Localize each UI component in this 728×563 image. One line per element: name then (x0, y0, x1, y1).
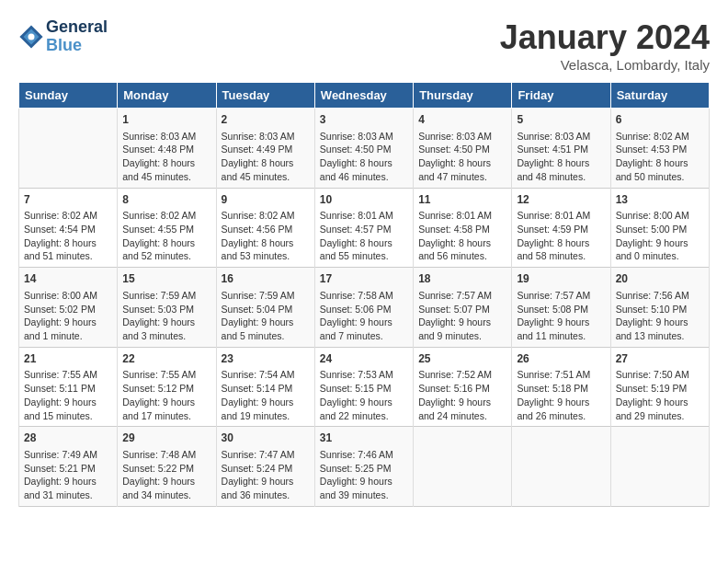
week-row-1: 1Sunrise: 8:03 AM Sunset: 4:48 PM Daylig… (19, 109, 710, 189)
day-content: Sunrise: 7:59 AM Sunset: 5:03 PM Dayligh… (122, 289, 210, 343)
day-number: 20 (616, 271, 704, 287)
calendar-cell: 26Sunrise: 7:51 AM Sunset: 5:18 PM Dayli… (512, 347, 610, 427)
day-number: 8 (122, 192, 210, 208)
day-number: 16 (222, 271, 310, 287)
day-content: Sunrise: 7:48 AM Sunset: 5:22 PM Dayligh… (122, 448, 210, 502)
day-content: Sunrise: 8:03 AM Sunset: 4:49 PM Dayligh… (222, 130, 310, 184)
logo-line1: General (46, 17, 108, 36)
title-block: January 2024 Velasca, Lombardy, Italy (500, 18, 710, 73)
day-number: 30 (222, 431, 310, 446)
page-header: General Blue January 2024 Velasca, Lomba… (18, 18, 710, 73)
day-content: Sunrise: 7:59 AM Sunset: 5:04 PM Dayligh… (222, 289, 310, 343)
day-number: 1 (122, 112, 210, 128)
day-number: 23 (222, 351, 310, 367)
calendar-cell: 19Sunrise: 7:57 AM Sunset: 5:08 PM Dayli… (512, 268, 610, 348)
day-number: 21 (24, 351, 112, 367)
calendar-cell: 30Sunrise: 7:47 AM Sunset: 5:24 PM Dayli… (216, 427, 314, 507)
calendar-cell: 8Sunrise: 8:02 AM Sunset: 4:55 PM Daylig… (118, 188, 216, 268)
day-content: Sunrise: 8:00 AM Sunset: 5:02 PM Dayligh… (24, 289, 112, 343)
day-content: Sunrise: 8:01 AM Sunset: 4:58 PM Dayligh… (418, 209, 506, 263)
day-content: Sunrise: 8:03 AM Sunset: 4:50 PM Dayligh… (320, 130, 408, 184)
location-subtitle: Velasca, Lombardy, Italy (500, 57, 710, 73)
day-number: 29 (122, 431, 210, 446)
week-row-5: 28Sunrise: 7:49 AM Sunset: 5:21 PM Dayli… (19, 427, 710, 507)
day-number: 2 (222, 112, 310, 128)
logo: General Blue (18, 18, 108, 55)
svg-point-2 (28, 33, 35, 40)
day-content: Sunrise: 7:53 AM Sunset: 5:15 PM Dayligh… (320, 368, 408, 422)
day-number: 22 (122, 351, 210, 367)
day-number: 24 (320, 351, 408, 367)
calendar-cell: 1Sunrise: 8:03 AM Sunset: 4:48 PM Daylig… (118, 109, 216, 189)
day-content: Sunrise: 7:57 AM Sunset: 5:08 PM Dayligh… (517, 289, 605, 343)
calendar-cell: 24Sunrise: 7:53 AM Sunset: 5:15 PM Dayli… (314, 347, 413, 427)
logo-line2: Blue (46, 36, 82, 54)
calendar-cell: 29Sunrise: 7:48 AM Sunset: 5:22 PM Dayli… (118, 427, 216, 507)
calendar-cell: 23Sunrise: 7:54 AM Sunset: 5:14 PM Dayli… (216, 347, 314, 427)
calendar-cell (19, 109, 118, 189)
calendar-cell: 15Sunrise: 7:59 AM Sunset: 5:03 PM Dayli… (118, 268, 216, 348)
calendar-cell: 3Sunrise: 8:03 AM Sunset: 4:50 PM Daylig… (314, 109, 413, 189)
day-content: Sunrise: 8:03 AM Sunset: 4:51 PM Dayligh… (517, 130, 605, 184)
calendar-cell: 2Sunrise: 8:03 AM Sunset: 4:49 PM Daylig… (216, 109, 314, 189)
day-content: Sunrise: 8:01 AM Sunset: 4:59 PM Dayligh… (517, 209, 605, 263)
day-number: 19 (517, 271, 605, 287)
day-content: Sunrise: 8:03 AM Sunset: 4:48 PM Dayligh… (122, 130, 210, 184)
calendar-cell: 17Sunrise: 7:58 AM Sunset: 5:06 PM Dayli… (314, 268, 413, 348)
calendar-cell: 16Sunrise: 7:59 AM Sunset: 5:04 PM Dayli… (216, 268, 314, 348)
month-title: January 2024 (500, 18, 710, 57)
day-content: Sunrise: 7:56 AM Sunset: 5:10 PM Dayligh… (616, 289, 704, 343)
day-number: 31 (320, 431, 408, 446)
header-cell-tuesday: Tuesday (216, 83, 314, 109)
calendar-cell: 21Sunrise: 7:55 AM Sunset: 5:11 PM Dayli… (19, 347, 118, 427)
day-number: 14 (24, 271, 112, 287)
day-content: Sunrise: 8:02 AM Sunset: 4:56 PM Dayligh… (222, 209, 310, 263)
day-content: Sunrise: 7:57 AM Sunset: 5:07 PM Dayligh… (418, 289, 506, 343)
calendar-cell: 18Sunrise: 7:57 AM Sunset: 5:07 PM Dayli… (414, 268, 512, 348)
day-number: 6 (616, 112, 704, 128)
calendar-cell: 9Sunrise: 8:02 AM Sunset: 4:56 PM Daylig… (216, 188, 314, 268)
logo-text: General Blue (46, 18, 108, 55)
day-content: Sunrise: 7:52 AM Sunset: 5:16 PM Dayligh… (418, 368, 506, 422)
calendar-cell: 25Sunrise: 7:52 AM Sunset: 5:16 PM Dayli… (414, 347, 512, 427)
week-row-4: 21Sunrise: 7:55 AM Sunset: 5:11 PM Dayli… (19, 347, 710, 427)
calendar-cell (610, 427, 709, 507)
calendar-cell: 5Sunrise: 8:03 AM Sunset: 4:51 PM Daylig… (512, 109, 610, 189)
calendar-cell: 6Sunrise: 8:02 AM Sunset: 4:53 PM Daylig… (610, 109, 709, 189)
day-content: Sunrise: 7:46 AM Sunset: 5:25 PM Dayligh… (320, 448, 408, 502)
day-content: Sunrise: 8:00 AM Sunset: 5:00 PM Dayligh… (616, 209, 704, 263)
day-number: 7 (24, 192, 112, 208)
day-content: Sunrise: 8:02 AM Sunset: 4:53 PM Dayligh… (616, 130, 704, 184)
week-row-2: 7Sunrise: 8:02 AM Sunset: 4:54 PM Daylig… (19, 188, 710, 268)
day-number: 9 (222, 192, 310, 208)
calendar-cell: 27Sunrise: 7:50 AM Sunset: 5:19 PM Dayli… (610, 347, 709, 427)
calendar-table: SundayMondayTuesdayWednesdayThursdayFrid… (18, 82, 710, 507)
day-number: 5 (517, 112, 605, 128)
day-number: 26 (517, 351, 605, 367)
calendar-cell: 20Sunrise: 7:56 AM Sunset: 5:10 PM Dayli… (610, 268, 709, 348)
header-cell-saturday: Saturday (610, 83, 709, 109)
day-content: Sunrise: 8:03 AM Sunset: 4:50 PM Dayligh… (418, 130, 506, 184)
header-cell-sunday: Sunday (19, 83, 118, 109)
calendar-cell: 4Sunrise: 8:03 AM Sunset: 4:50 PM Daylig… (414, 109, 512, 189)
calendar-cell: 11Sunrise: 8:01 AM Sunset: 4:58 PM Dayli… (414, 188, 512, 268)
day-number: 3 (320, 112, 408, 128)
calendar-cell: 22Sunrise: 7:55 AM Sunset: 5:12 PM Dayli… (118, 347, 216, 427)
day-number: 4 (418, 112, 506, 128)
header-row: SundayMondayTuesdayWednesdayThursdayFrid… (19, 83, 710, 109)
calendar-cell: 31Sunrise: 7:46 AM Sunset: 5:25 PM Dayli… (314, 427, 413, 507)
header-cell-friday: Friday (512, 83, 610, 109)
calendar-cell: 28Sunrise: 7:49 AM Sunset: 5:21 PM Dayli… (19, 427, 118, 507)
day-number: 13 (616, 192, 704, 208)
day-content: Sunrise: 8:01 AM Sunset: 4:57 PM Dayligh… (320, 209, 408, 263)
day-content: Sunrise: 7:50 AM Sunset: 5:19 PM Dayligh… (616, 368, 704, 422)
day-content: Sunrise: 7:55 AM Sunset: 5:11 PM Dayligh… (24, 368, 112, 422)
day-number: 11 (418, 192, 506, 208)
calendar-cell: 13Sunrise: 8:00 AM Sunset: 5:00 PM Dayli… (610, 188, 709, 268)
day-content: Sunrise: 7:49 AM Sunset: 5:21 PM Dayligh… (24, 448, 112, 502)
logo-icon (18, 24, 44, 50)
day-content: Sunrise: 7:58 AM Sunset: 5:06 PM Dayligh… (320, 289, 408, 343)
day-number: 28 (24, 431, 112, 446)
header-cell-wednesday: Wednesday (314, 83, 413, 109)
calendar-cell: 14Sunrise: 8:00 AM Sunset: 5:02 PM Dayli… (19, 268, 118, 348)
